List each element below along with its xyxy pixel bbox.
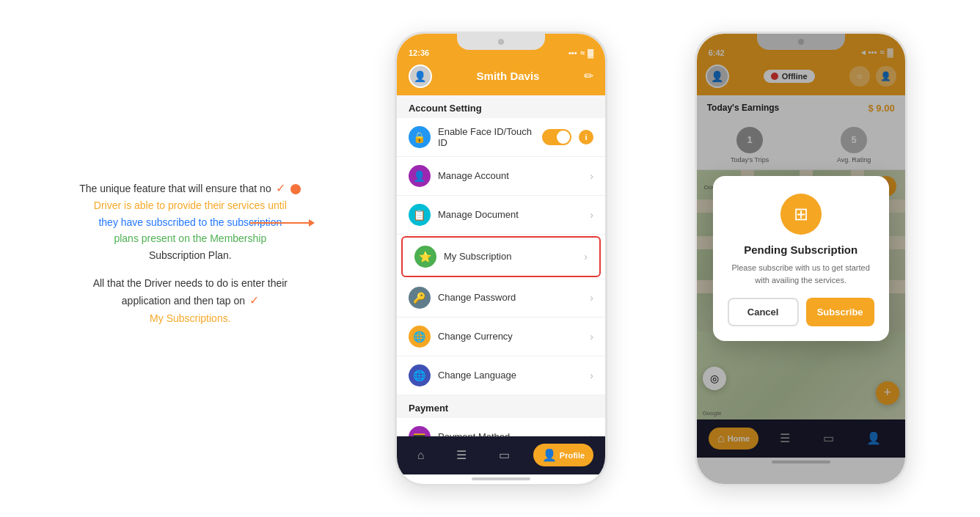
check-icon-1: ✓ — [276, 182, 285, 194]
orange-dot-1 — [290, 184, 301, 194]
payment-method-label: Payment Method — [438, 431, 590, 436]
pending-subscription-modal: ⊞ Pending Subscription Please subscribe … — [713, 176, 889, 341]
manage-account-arrow: › — [590, 170, 593, 182]
manage-account-label: Manage Account — [438, 170, 590, 181]
check-icon-2: ✓ — [249, 294, 259, 307]
left-description: The unique feature that will ensure that… — [73, 179, 307, 339]
nav-profile[interactable]: 👤 Profile — [533, 444, 593, 466]
change-password-icon: 🔑 — [409, 287, 431, 309]
menu-item-change-currency[interactable]: 🌐 Change Currency › — [397, 318, 605, 356]
payment-method-arrow: › — [590, 431, 593, 436]
phone1-content: Account Setting 🔒 Enable Face ID/Touch I… — [397, 95, 605, 436]
face-id-icon: 🔒 — [409, 126, 431, 148]
account-menu-list: 🔒 Enable Face ID/Touch ID i 👤 Manage Acc… — [397, 118, 605, 395]
desc-text-6: All that the Driver needs to do is enter… — [93, 277, 288, 289]
phone1-home-bar — [472, 477, 530, 480]
face-id-toggle[interactable] — [542, 129, 571, 145]
desc-text-1: The unique feature that will ensure that… — [79, 183, 274, 194]
manage-document-icon: 📋 — [409, 204, 431, 226]
desc-text-5: Subscription Plan. — [149, 249, 232, 261]
home-nav-icon: ⌂ — [417, 449, 425, 462]
my-subscription-arrow: › — [584, 251, 588, 263]
manage-account-icon: 👤 — [409, 165, 431, 187]
my-subscription-label: My Subscription — [444, 251, 584, 262]
account-section-header: Account Setting — [397, 95, 605, 118]
phone1-header: 👤 Smith Davis ✏ — [397, 60, 605, 95]
change-password-label: Change Password — [438, 292, 590, 303]
phone1-time: 12:36 — [409, 48, 429, 57]
nav-profile-label: Profile — [560, 451, 585, 460]
modal-subscribe-button[interactable]: Subscribe — [806, 298, 874, 326]
payment-method-icon: 💳 — [409, 426, 431, 436]
desc-text-7: application and then tap on — [122, 295, 248, 307]
phone2: 6:42 ◂ ▪▪▪ ≈ ▓ 👤 Offline ○ 👤 Today's Ear… — [695, 32, 907, 486]
desc-text-8: My Subscriptions. — [150, 312, 230, 324]
change-language-icon: 🌐 — [409, 364, 431, 386]
phone1: 12:36 ▪▪▪ ≈ ▓ 👤 Smith Davis ✏ Account Se… — [395, 32, 607, 486]
scene: The unique feature that will ensure that… — [0, 0, 980, 517]
change-currency-label: Change Currency — [438, 331, 590, 342]
change-currency-arrow: › — [590, 331, 593, 342]
nav-list[interactable]: ☰ — [447, 444, 478, 466]
wifi-icon: ≈ — [580, 48, 585, 57]
phone1-edit-icon: ✏ — [584, 69, 593, 83]
modal-icon: ⊞ — [780, 194, 822, 235]
desc-text-2: Driver is able to provide their services… — [94, 199, 287, 211]
phone1-header-name: Smith Davis — [477, 70, 540, 82]
change-language-label: Change Language — [438, 370, 590, 381]
arrow-line — [250, 222, 309, 224]
menu-item-manage-document[interactable]: 📋 Manage Document › — [397, 196, 605, 235]
wallet-nav-icon: ▭ — [499, 448, 510, 462]
payment-menu-list: 💳 Payment Method › 🏦 Bank Details › 👛 My… — [397, 418, 605, 436]
menu-item-my-subscription[interactable]: ⭐ My Subscription › — [401, 236, 601, 277]
my-subscription-icon: ⭐ — [414, 246, 436, 268]
modal-text: Please subscribe with us to get started … — [728, 262, 874, 286]
battery-icon: ▓ — [588, 48, 593, 57]
arrow-connector — [250, 219, 315, 227]
phone1-bottom-nav: ⌂ ☰ ▭ 👤 Profile — [397, 436, 605, 474]
phone1-avatar: 👤 — [409, 65, 432, 88]
change-password-arrow: › — [590, 292, 593, 304]
nav-wallet[interactable]: ▭ — [490, 444, 522, 466]
change-language-arrow: › — [590, 370, 593, 381]
phone1-status-icons: ▪▪▪ ≈ ▓ — [568, 48, 593, 57]
arrow-head — [309, 219, 315, 227]
modal-buttons: Cancel Subscribe — [728, 298, 874, 326]
signal-icon: ▪▪▪ — [568, 48, 577, 57]
desc-text-4: plans present on the Membership — [114, 232, 266, 244]
face-id-label: Enable Face ID/Touch ID — [438, 126, 542, 148]
phone1-notch — [457, 34, 545, 50]
nav-home[interactable]: ⌂ — [409, 444, 436, 466]
manage-document-arrow: › — [590, 209, 593, 221]
manage-document-label: Manage Document — [438, 209, 590, 220]
change-currency-icon: 🌐 — [409, 326, 431, 348]
menu-item-payment-method[interactable]: 💳 Payment Method › — [397, 418, 605, 436]
modal-overlay: ⊞ Pending Subscription Please subscribe … — [697, 34, 905, 484]
menu-item-change-language[interactable]: 🌐 Change Language › — [397, 356, 605, 395]
modal-icon-symbol: ⊞ — [794, 204, 808, 224]
menu-item-face-id[interactable]: 🔒 Enable Face ID/Touch ID i — [397, 118, 605, 157]
list-nav-icon: ☰ — [456, 448, 467, 462]
phone1-notch-dot — [498, 39, 504, 45]
payment-section-header: Payment — [397, 395, 605, 418]
menu-item-change-password[interactable]: 🔑 Change Password › — [397, 279, 605, 318]
menu-item-manage-account[interactable]: 👤 Manage Account › — [397, 157, 605, 196]
face-id-info-icon[interactable]: i — [579, 130, 593, 144]
modal-title: Pending Subscription — [728, 243, 874, 256]
profile-nav-icon: 👤 — [542, 448, 557, 462]
modal-cancel-button[interactable]: Cancel — [728, 298, 799, 326]
